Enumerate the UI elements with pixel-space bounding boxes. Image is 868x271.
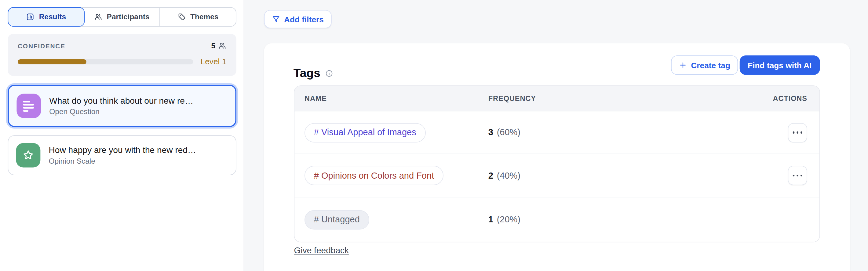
frequency-count: 3 — [488, 128, 494, 137]
text-lines-icon — [17, 93, 41, 118]
question-card-open-question[interactable]: What do you think about our new re… Open… — [8, 85, 237, 127]
tab-themes-label: Themes — [190, 13, 219, 21]
filter-funnel-icon — [272, 15, 280, 23]
create-tag-label: Create tag — [691, 60, 730, 70]
table-row: # Visual Appeal of Images 3 (60%) — [294, 111, 819, 154]
view-tabs: Results Participants — [8, 7, 237, 27]
tab-results[interactable]: Results — [8, 7, 84, 27]
find-tags-with-ai-button[interactable]: Find tags with AI — [739, 55, 820, 75]
info-icon[interactable] — [325, 69, 333, 77]
confidence-card: CONFIDENCE 5 Level 1 — [8, 34, 237, 76]
frequency-percent: (60%) — [497, 128, 521, 137]
add-filters-label: Add filters — [284, 15, 324, 24]
tag-pill-visual-appeal[interactable]: # Visual Appeal of Images — [305, 123, 426, 142]
table-row: # Untagged 1 (20%) — [294, 197, 819, 242]
frequency-percent: (20%) — [497, 215, 521, 224]
confidence-level: Level 1 — [201, 57, 227, 66]
tag-icon — [178, 13, 186, 21]
frequency-percent: (40%) — [497, 170, 521, 180]
page-title: Tags — [293, 65, 320, 81]
people-icon — [218, 42, 226, 50]
column-header-frequency: FREQUENCY — [488, 94, 742, 103]
add-filters-button[interactable]: Add filters — [264, 10, 332, 28]
column-header-name: NAME — [294, 94, 488, 103]
frequency-value: 2 (40%) — [488, 170, 742, 181]
tag-pill-untagged: # Untagged — [305, 210, 369, 229]
respondent-count: 5 — [211, 42, 227, 50]
people-icon — [94, 13, 102, 21]
question-title: How happy are you with the new red… — [49, 145, 196, 155]
star-icon — [16, 143, 41, 168]
tab-participants-label: Participants — [107, 13, 150, 21]
tab-themes[interactable]: Themes — [160, 8, 236, 26]
row-actions-menu-button[interactable] — [788, 123, 807, 142]
tag-pill-opinions-colors-font[interactable]: # Opinions on Colors and Font — [305, 166, 443, 185]
table-header-row: NAME FREQUENCY ACTIONS — [294, 86, 819, 111]
row-actions-menu-button[interactable] — [788, 166, 807, 185]
frequency-value: 3 (60%) — [488, 128, 742, 138]
frequency-count: 2 — [488, 170, 494, 180]
frequency-value: 1 (20%) — [488, 215, 742, 225]
question-type: Open Question — [49, 108, 193, 116]
main-content: Add filters Tags C — [244, 0, 868, 271]
table-row: # Opinions on Colors and Font 2 (40%) — [294, 154, 819, 197]
give-feedback-link[interactable]: Give feedback — [294, 246, 349, 256]
question-card-opinion-scale[interactable]: How happy are you with the new red… Opin… — [8, 135, 237, 175]
panel-title-row: Tags — [293, 65, 333, 81]
tags-table: NAME FREQUENCY ACTIONS # Visual Appeal o… — [294, 85, 820, 242]
bar-chart-icon — [26, 13, 34, 21]
question-type: Opinion Scale — [49, 157, 196, 165]
frequency-count: 1 — [488, 215, 494, 224]
create-tag-button[interactable]: Create tag — [671, 55, 738, 75]
sidebar: Results Participants — [0, 0, 244, 271]
respondent-count-value: 5 — [211, 42, 216, 50]
plus-icon — [679, 61, 687, 69]
confidence-progress-fill — [18, 59, 86, 64]
tab-results-label: Results — [39, 13, 66, 21]
confidence-progress-bar — [18, 59, 193, 64]
question-title: What do you think about our new re… — [49, 96, 193, 106]
find-tags-label: Find tags with AI — [748, 60, 811, 70]
tab-participants[interactable]: Participants — [84, 8, 160, 26]
survey-results-page: Results Participants — [0, 0, 868, 271]
confidence-label: CONFIDENCE — [18, 43, 65, 49]
column-header-actions: ACTIONS — [773, 94, 819, 103]
tags-panel: Tags Create tag Find t — [264, 43, 850, 271]
